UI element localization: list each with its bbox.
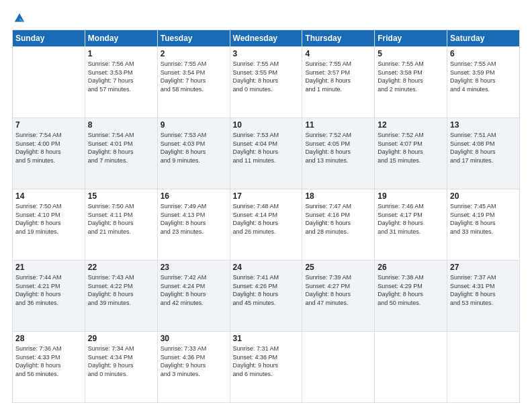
day-number: 13: [450, 120, 517, 130]
day-info: Sunrise: 7:56 AM Sunset: 3:53 PM Dayligh…: [88, 60, 154, 93]
day-number: 22: [88, 263, 154, 272]
calendar-cell: 8Sunrise: 7:54 AM Sunset: 4:01 PM Daylig…: [85, 118, 157, 189]
calendar-cell: [13, 47, 85, 118]
calendar-cell: 10Sunrise: 7:53 AM Sunset: 4:04 PM Dayli…: [230, 118, 302, 189]
day-number: 27: [450, 263, 517, 272]
day-number: 30: [161, 334, 227, 343]
day-info: Sunrise: 7:45 AM Sunset: 4:19 PM Dayligh…: [450, 202, 517, 236]
logo: [12, 12, 26, 23]
calendar-cell: 12Sunrise: 7:52 AM Sunset: 4:07 PM Dayli…: [375, 118, 447, 189]
day-number: 19: [378, 191, 444, 201]
calendar-cell: 3Sunrise: 7:55 AM Sunset: 3:55 PM Daylig…: [230, 47, 302, 118]
day-number: 24: [233, 263, 300, 272]
calendar-cell: 7Sunrise: 7:54 AM Sunset: 4:00 PM Daylig…: [13, 118, 85, 189]
day-header-tuesday: Tuesday: [157, 30, 230, 47]
day-info: Sunrise: 7:34 AM Sunset: 4:34 PM Dayligh…: [88, 345, 154, 378]
day-info: Sunrise: 7:53 AM Sunset: 4:04 PM Dayligh…: [233, 131, 300, 165]
day-number: 28: [15, 334, 82, 343]
day-number: 2: [161, 49, 227, 58]
calendar-cell: 6Sunrise: 7:55 AM Sunset: 3:59 PM Daylig…: [447, 47, 520, 118]
day-info: Sunrise: 7:55 AM Sunset: 3:58 PM Dayligh…: [378, 60, 444, 93]
calendar-cell: 22Sunrise: 7:43 AM Sunset: 4:22 PM Dayli…: [85, 261, 157, 332]
day-number: 9: [161, 120, 227, 130]
day-header-monday: Monday: [85, 30, 157, 47]
logo-icon: [13, 12, 26, 24]
day-number: 1: [88, 49, 154, 58]
day-header-wednesday: Wednesday: [230, 30, 302, 47]
day-info: Sunrise: 7:55 AM Sunset: 3:57 PM Dayligh…: [305, 60, 371, 93]
day-number: 20: [450, 191, 517, 201]
day-number: 15: [88, 191, 154, 201]
day-number: 21: [15, 263, 82, 272]
day-number: 8: [88, 120, 154, 130]
calendar-cell: [302, 332, 375, 403]
day-number: 5: [378, 49, 444, 58]
day-number: 26: [378, 263, 444, 272]
day-number: 18: [305, 191, 371, 201]
day-number: 12: [378, 120, 444, 130]
day-number: 6: [450, 49, 517, 58]
calendar-cell: 17Sunrise: 7:48 AM Sunset: 4:14 PM Dayli…: [230, 189, 302, 261]
day-number: 17: [233, 191, 300, 201]
day-info: Sunrise: 7:36 AM Sunset: 4:33 PM Dayligh…: [15, 345, 82, 378]
calendar-cell: 25Sunrise: 7:39 AM Sunset: 4:27 PM Dayli…: [302, 261, 375, 332]
page: SundayMondayTuesdayWednesdayThursdayFrid…: [0, 0, 532, 411]
day-info: Sunrise: 7:41 AM Sunset: 4:26 PM Dayligh…: [233, 273, 300, 307]
day-header-sunday: Sunday: [13, 30, 85, 47]
day-info: Sunrise: 7:31 AM Sunset: 4:38 PM Dayligh…: [233, 345, 300, 378]
day-info: Sunrise: 7:50 AM Sunset: 4:10 PM Dayligh…: [15, 202, 82, 236]
day-number: 16: [161, 191, 227, 201]
calendar-cell: 4Sunrise: 7:55 AM Sunset: 3:57 PM Daylig…: [302, 47, 375, 118]
calendar-cell: 13Sunrise: 7:51 AM Sunset: 4:08 PM Dayli…: [447, 118, 520, 189]
calendar-cell: 23Sunrise: 7:42 AM Sunset: 4:24 PM Dayli…: [157, 261, 230, 332]
day-info: Sunrise: 7:33 AM Sunset: 4:36 PM Dayligh…: [161, 345, 227, 378]
calendar-cell: 19Sunrise: 7:46 AM Sunset: 4:17 PM Dayli…: [375, 189, 447, 261]
calendar-cell: 28Sunrise: 7:36 AM Sunset: 4:33 PM Dayli…: [13, 332, 85, 403]
calendar-cell: 15Sunrise: 7:50 AM Sunset: 4:11 PM Dayli…: [85, 189, 157, 261]
calendar-cell: 27Sunrise: 7:37 AM Sunset: 4:31 PM Dayli…: [447, 261, 520, 332]
day-info: Sunrise: 7:43 AM Sunset: 4:22 PM Dayligh…: [88, 273, 154, 307]
day-number: 3: [233, 49, 300, 58]
day-number: 14: [15, 191, 82, 201]
calendar-cell: [447, 332, 520, 403]
day-number: 25: [305, 263, 371, 272]
calendar-week-row: 7Sunrise: 7:54 AM Sunset: 4:00 PM Daylig…: [13, 118, 520, 189]
calendar-cell: 26Sunrise: 7:38 AM Sunset: 4:29 PM Dayli…: [375, 261, 447, 332]
calendar-cell: 14Sunrise: 7:50 AM Sunset: 4:10 PM Dayli…: [13, 189, 85, 261]
calendar-week-row: 28Sunrise: 7:36 AM Sunset: 4:33 PM Dayli…: [13, 332, 520, 403]
calendar-cell: 24Sunrise: 7:41 AM Sunset: 4:26 PM Dayli…: [230, 261, 302, 332]
day-header-thursday: Thursday: [302, 30, 375, 47]
day-info: Sunrise: 7:47 AM Sunset: 4:16 PM Dayligh…: [305, 202, 371, 236]
day-header-saturday: Saturday: [447, 30, 520, 47]
calendar-cell: 31Sunrise: 7:31 AM Sunset: 4:38 PM Dayli…: [230, 332, 302, 403]
day-info: Sunrise: 7:46 AM Sunset: 4:17 PM Dayligh…: [378, 202, 444, 236]
day-number: 31: [233, 334, 300, 343]
day-info: Sunrise: 7:52 AM Sunset: 4:05 PM Dayligh…: [305, 131, 371, 165]
day-number: 4: [305, 49, 371, 58]
calendar-cell: 2Sunrise: 7:55 AM Sunset: 3:54 PM Daylig…: [157, 47, 230, 118]
calendar-cell: 11Sunrise: 7:52 AM Sunset: 4:05 PM Dayli…: [302, 118, 375, 189]
calendar-table: SundayMondayTuesdayWednesdayThursdayFrid…: [12, 30, 520, 403]
calendar-cell: 16Sunrise: 7:49 AM Sunset: 4:13 PM Dayli…: [157, 189, 230, 261]
day-info: Sunrise: 7:55 AM Sunset: 3:59 PM Dayligh…: [450, 60, 517, 93]
day-info: Sunrise: 7:49 AM Sunset: 4:13 PM Dayligh…: [161, 202, 227, 236]
calendar-cell: 9Sunrise: 7:53 AM Sunset: 4:03 PM Daylig…: [157, 118, 230, 189]
calendar-cell: 20Sunrise: 7:45 AM Sunset: 4:19 PM Dayli…: [447, 189, 520, 261]
calendar-cell: 30Sunrise: 7:33 AM Sunset: 4:36 PM Dayli…: [157, 332, 230, 403]
day-header-friday: Friday: [375, 30, 447, 47]
day-number: 7: [15, 120, 82, 130]
day-number: 11: [305, 120, 371, 130]
day-info: Sunrise: 7:54 AM Sunset: 4:01 PM Dayligh…: [88, 131, 154, 165]
calendar-cell: 29Sunrise: 7:34 AM Sunset: 4:34 PM Dayli…: [85, 332, 157, 403]
day-info: Sunrise: 7:52 AM Sunset: 4:07 PM Dayligh…: [378, 131, 444, 165]
calendar-week-row: 1Sunrise: 7:56 AM Sunset: 3:53 PM Daylig…: [13, 47, 520, 118]
day-info: Sunrise: 7:55 AM Sunset: 3:54 PM Dayligh…: [161, 60, 227, 93]
header: [12, 12, 520, 23]
day-info: Sunrise: 7:44 AM Sunset: 4:21 PM Dayligh…: [15, 273, 82, 307]
calendar-cell: 1Sunrise: 7:56 AM Sunset: 3:53 PM Daylig…: [85, 47, 157, 118]
day-number: 23: [161, 263, 227, 272]
day-info: Sunrise: 7:48 AM Sunset: 4:14 PM Dayligh…: [233, 202, 300, 236]
calendar-cell: [375, 332, 447, 403]
calendar-week-row: 21Sunrise: 7:44 AM Sunset: 4:21 PM Dayli…: [13, 261, 520, 332]
day-info: Sunrise: 7:39 AM Sunset: 4:27 PM Dayligh…: [305, 273, 371, 307]
